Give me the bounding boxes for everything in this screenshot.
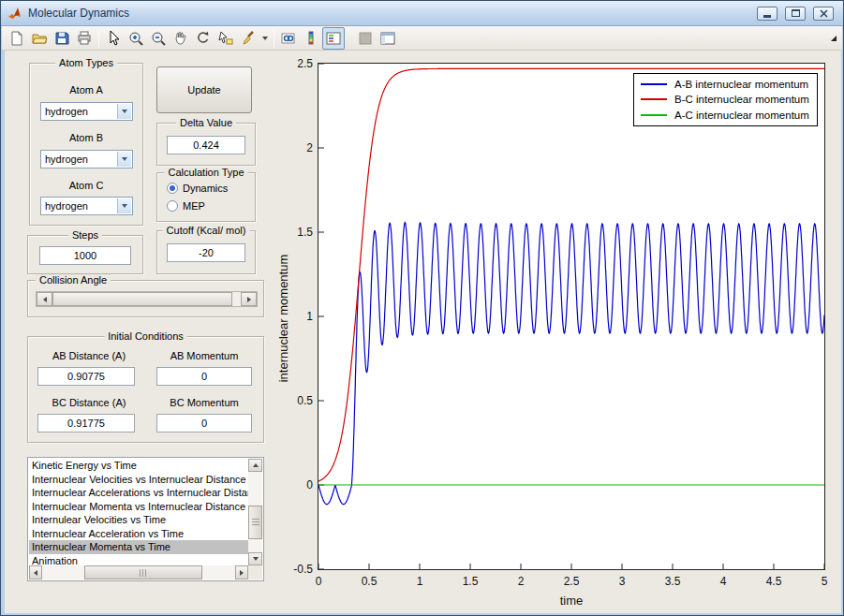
horizontal-scroll-thumb[interactable] bbox=[84, 565, 202, 579]
listbox-horizontal-scrollbar[interactable] bbox=[29, 565, 248, 579]
y-tick-label: 0.5 bbox=[272, 394, 313, 407]
toolbar-show-plot-tools-button[interactable] bbox=[377, 27, 399, 50]
atom-a-dropdown[interactable]: hydrogen bbox=[40, 102, 133, 121]
listbox-item[interactable]: Internuclear Momenta vs Internuclear Dis… bbox=[29, 500, 248, 514]
atom-c-dropdown[interactable]: hydrogen bbox=[40, 197, 133, 215]
title-bar[interactable]: Molecular Dynamics bbox=[1, 1, 843, 26]
slider-left-arrow[interactable] bbox=[37, 292, 52, 306]
panel-title-atom-types: Atom Types bbox=[55, 57, 117, 68]
vertical-scroll-thumb[interactable] bbox=[248, 506, 262, 539]
radio-option-dynamics[interactable]: Dynamics bbox=[167, 183, 228, 194]
listbox-vertical-scrollbar[interactable] bbox=[248, 459, 262, 565]
bc-distance-label: BC Distance (A) bbox=[37, 397, 141, 408]
radio-mep-icon[interactable] bbox=[167, 200, 178, 212]
legend-line-sample bbox=[641, 114, 667, 116]
toolbar-overflow-arrow[interactable] bbox=[830, 29, 837, 46]
steps-input[interactable]: 1000 bbox=[39, 246, 131, 265]
atom-b-label: Atom B bbox=[30, 132, 142, 143]
plot-axes[interactable] bbox=[318, 63, 825, 570]
atom-a-value: hydrogen bbox=[45, 106, 88, 117]
legend-item[interactable]: A-B internuclear momentum bbox=[634, 77, 817, 92]
toolbar-new-button[interactable] bbox=[6, 27, 28, 50]
listbox-item[interactable]: Animation bbox=[29, 554, 248, 566]
bc-distance-input[interactable]: 0.91775 bbox=[37, 414, 135, 433]
maximize-button[interactable] bbox=[785, 7, 806, 21]
plot-type-listbox[interactable]: Kinetic Energy vs TimeInternuclear Veloc… bbox=[27, 457, 264, 581]
radio-dynamics-label: Dynamics bbox=[183, 183, 228, 194]
x-tick-label: 1 bbox=[401, 575, 438, 588]
toolbar-brush-dropdown[interactable] bbox=[259, 27, 271, 50]
atom-b-dropdown[interactable]: hydrogen bbox=[40, 150, 133, 169]
toolbar-save-button[interactable] bbox=[51, 27, 73, 50]
toolbar-rotate-3d-button[interactable] bbox=[192, 27, 215, 50]
bc-momentum-input[interactable]: 0 bbox=[156, 414, 252, 433]
cutoff-input[interactable]: -20 bbox=[167, 243, 245, 262]
y-tick-label: 2.5 bbox=[272, 57, 313, 70]
data-cursor-icon bbox=[217, 30, 234, 47]
toolbar-print-button[interactable] bbox=[73, 27, 96, 50]
scroll-up-button[interactable] bbox=[248, 459, 262, 472]
minimize-icon bbox=[763, 15, 771, 18]
x-tick-label: 3 bbox=[603, 575, 641, 588]
delta-value-input[interactable]: 0.424 bbox=[167, 136, 245, 154]
toolbar-link-plot-button[interactable] bbox=[277, 27, 300, 50]
panel-collision-angle: Collision Angle bbox=[27, 280, 264, 317]
atom-c-dropdown-button[interactable] bbox=[117, 198, 131, 213]
ab-distance-input[interactable]: 0.90775 bbox=[37, 367, 135, 386]
legend[interactable]: A-B internuclear momentum B-C internucle… bbox=[633, 73, 818, 126]
toolbar-insert-legend-button[interactable] bbox=[322, 27, 345, 50]
radio-option-mep[interactable]: MEP bbox=[167, 200, 205, 212]
scroll-left-button[interactable] bbox=[29, 565, 42, 579]
legend-item[interactable]: A-C internuclear momentum bbox=[634, 108, 817, 123]
bc-momentum-label: BC Momentum bbox=[156, 397, 252, 408]
y-tick-label: 0 bbox=[272, 478, 313, 491]
close-button[interactable] bbox=[813, 7, 834, 21]
listbox-item[interactable]: Internulear Velocities vs Time bbox=[29, 513, 248, 527]
listbox-item[interactable]: Kinetic Energy vs Time bbox=[29, 459, 248, 473]
panel-initial-conditions: Initial Conditions AB Distance (A) AB Mo… bbox=[27, 336, 264, 443]
listbox-item[interactable]: Internuclear Acceleration vs Time bbox=[29, 527, 248, 541]
x-tick-label: 2.5 bbox=[553, 575, 590, 588]
atom-c-value: hydrogen bbox=[45, 200, 88, 212]
arrow-left-icon bbox=[43, 297, 47, 302]
toolbar-hide-plot-tools-button[interactable] bbox=[354, 27, 377, 50]
toolbar-open-button[interactable] bbox=[28, 27, 51, 50]
atom-a-dropdown-button[interactable] bbox=[117, 104, 131, 119]
toolbar-data-cursor-button[interactable] bbox=[215, 27, 237, 50]
slider-right-arrow[interactable] bbox=[241, 292, 257, 306]
y-tick-label: -0.5 bbox=[272, 563, 313, 576]
arrow-right-icon bbox=[240, 570, 244, 576]
scroll-down-button[interactable] bbox=[248, 552, 262, 565]
toolbar-zoom-out-button[interactable] bbox=[147, 27, 170, 50]
panel-title-initial-conditions: Initial Conditions bbox=[104, 330, 187, 342]
chevron-down-icon bbox=[122, 157, 127, 161]
x-axis-label: time bbox=[318, 594, 825, 608]
toolbar-pan-button[interactable] bbox=[170, 27, 192, 50]
toolbar-brush-button[interactable] bbox=[237, 27, 259, 50]
collision-angle-slider[interactable] bbox=[36, 291, 258, 307]
hide-plot-tools-icon bbox=[357, 30, 374, 47]
panel-atom-types: Atom Types Atom A hydrogen Atom B hydrog… bbox=[29, 63, 143, 226]
legend-line-sample bbox=[641, 83, 667, 85]
panel-title-calculation-type: Calculation Type bbox=[164, 167, 247, 178]
slider-thumb[interactable] bbox=[52, 292, 232, 306]
listbox-item[interactable]: Internuclear Accelerations vs Internucle… bbox=[29, 486, 248, 500]
ab-momentum-input[interactable]: 0 bbox=[156, 367, 252, 386]
molecular-dynamics-window: Molecular Dynamics Atom Types bbox=[0, 0, 844, 616]
update-button[interactable]: Update bbox=[156, 66, 252, 113]
listbox-item[interactable]: Internuclear Momenta vs Time bbox=[29, 540, 248, 554]
scroll-right-button[interactable] bbox=[235, 565, 248, 579]
panel-delta-value: Delta Value 0.424 bbox=[156, 123, 256, 166]
radio-dynamics-icon[interactable] bbox=[167, 183, 178, 194]
panel-title-delta-value: Delta Value bbox=[176, 117, 236, 128]
toolbar-insert-colorbar-button[interactable] bbox=[300, 27, 322, 50]
toolbar-zoom-in-button[interactable] bbox=[125, 27, 147, 50]
toolbar-separator bbox=[274, 29, 274, 48]
atom-b-dropdown-button[interactable] bbox=[117, 152, 131, 167]
legend-item[interactable]: B-C internuclear momentum bbox=[634, 92, 817, 107]
toolbar-edit-plot-button[interactable] bbox=[102, 27, 125, 50]
arrow-down-icon bbox=[253, 557, 259, 561]
save-icon bbox=[53, 30, 70, 47]
listbox-item[interactable]: Internuclear Velocities vs Internuclear … bbox=[29, 473, 248, 487]
minimize-button[interactable] bbox=[757, 7, 777, 21]
